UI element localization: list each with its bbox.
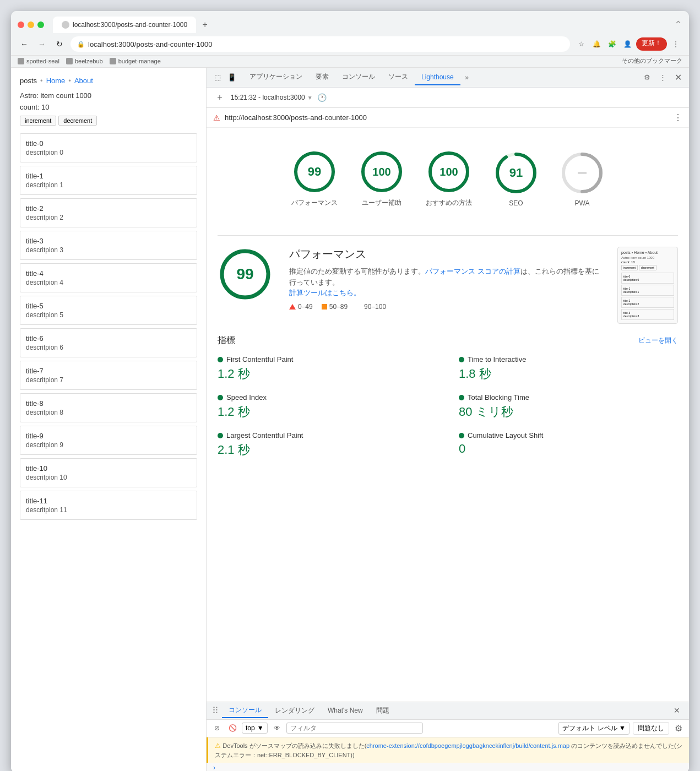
metric-lcp-label: Largest Contentful Paint [226, 431, 303, 439]
webpage-panel: posts • Home • About Astro: item count 1… [11, 68, 207, 771]
perf-tool-link[interactable]: 計算ツールはこちら。 [289, 289, 361, 297]
more-tabs-icon[interactable]: » [460, 71, 474, 84]
metric-tti-name: Time to Interactive [459, 355, 678, 363]
browser-tab[interactable]: localhost:3000/posts-and-counter-1000 [53, 17, 196, 33]
lighthouse-add-button[interactable]: + [213, 91, 226, 104]
post-desc: descritpion 1 [26, 181, 191, 189]
metric-tti: Time to Interactive 1.8 秒 [459, 355, 678, 382]
list-item: title-6descritpion 6 [20, 328, 197, 357]
metrics-grid: First Contentful Paint 1.2 秒 Time to Int… [218, 355, 678, 458]
console-expand-arrow[interactable]: › [207, 763, 689, 771]
score-seo: 91 SEO [494, 151, 538, 207]
seo-label: SEO [509, 199, 523, 207]
devtools-icon-group: ⬚ 📱 [211, 71, 238, 84]
console-tab-whatsnew[interactable]: What's New [321, 704, 370, 716]
tab-applications[interactable]: アプリケーション [243, 69, 309, 86]
metric-tti-label: Time to Interactive [468, 355, 526, 363]
console-close-button[interactable]: ✕ [669, 706, 685, 715]
session-dropdown[interactable]: ▼ [307, 95, 313, 101]
devtools-close-button[interactable]: ✕ [671, 71, 685, 84]
console-filter-input[interactable] [286, 723, 423, 734]
perf-detail: パフォーマンス 推定値のため変動する可能性があります。パフォーマンス スコアの計… [289, 247, 601, 311]
post-title: title-0 [26, 139, 191, 148]
new-tab-button[interactable]: + [198, 18, 211, 31]
preview-heading: Astro: item count 1000 [621, 256, 674, 259]
legend-low: 0–49 [289, 303, 313, 311]
maximize-button[interactable] [37, 21, 44, 28]
inspect-icon[interactable]: ⬚ [211, 71, 224, 84]
update-button[interactable]: 更新！ [636, 37, 667, 51]
minimize-button[interactable] [28, 21, 34, 28]
tab-bar: localhost:3000/posts-and-counter-1000 + [53, 17, 670, 33]
more-options-icon[interactable]: ⋮ [656, 71, 669, 84]
tab-favicon [62, 21, 69, 29]
error-link[interactable]: chrome-extension://cofdbpoegempjloggbagk… [366, 742, 569, 749]
clear-console-button[interactable]: ⊘ [211, 722, 223, 734]
top-context-selector[interactable]: top ▼ [242, 723, 268, 734]
refresh-button[interactable]: ↻ [53, 37, 66, 51]
pwa-circle: — [560, 151, 604, 195]
metric-lcp-name: Largest Contentful Paint [218, 431, 437, 439]
devtools-panel: ⬚ 📱 アプリケーション 要素 コンソール ソース Lighthouse » ⚙… [207, 68, 689, 771]
lighthouse-url-row: ⚠ http://localhost:3000/posts-and-counte… [207, 108, 689, 128]
forward-button[interactable]: → [35, 37, 48, 51]
bookmark-beelzebub[interactable]: beelzebub [66, 57, 103, 65]
console-tab-rendering[interactable]: レンダリング [268, 704, 321, 718]
alert-icon[interactable]: 🔔 [590, 37, 603, 51]
nav-about[interactable]: About [74, 77, 93, 85]
page-heading: Astro: item count 1000 [20, 91, 197, 100]
console-tab-console[interactable]: コンソール [222, 703, 268, 718]
score-bestpractices: 100 おすすめの方法 [426, 150, 472, 208]
title-bar: localhost:3000/posts-and-counter-1000 + … [11, 11, 689, 33]
back-button[interactable]: ← [18, 37, 31, 51]
console-settings-icon[interactable]: ⚙ [672, 722, 685, 734]
perf-calc-link[interactable]: パフォーマンス スコアの計算 [425, 267, 520, 275]
console-panel: ⠿ コンソール レンダリング What's New 問題 ✕ ⊘ 🚫 top ▼… [207, 702, 689, 772]
device-icon[interactable]: 📱 [225, 71, 238, 84]
legend-mid: 50–89 [322, 303, 348, 311]
console-toolbar: ⊘ 🚫 top ▼ 👁 デフォルト レベル ▼ 問題なし ⚙ [207, 720, 689, 737]
tab-console[interactable]: コンソール [335, 69, 382, 86]
close-button[interactable] [18, 21, 24, 28]
post-title: title-5 [26, 302, 191, 310]
bookmark-budget[interactable]: budget-manage [110, 57, 161, 65]
metric-si-label: Speed Index [226, 393, 267, 401]
legend-mid-label: 50–89 [329, 303, 348, 311]
window-collapse[interactable]: ⌃ [674, 19, 682, 31]
console-tab-issues[interactable]: 問題 [370, 704, 396, 718]
settings-icon[interactable]: ⚙ [641, 71, 654, 84]
bookmark-favicon-2 [66, 58, 73, 64]
url-bar[interactable]: 🔒 localhost:3000/posts-and-counter-1000 [70, 36, 570, 52]
seo-circle: 91 [494, 151, 538, 195]
profile-icon[interactable]: 👤 [621, 37, 634, 51]
metric-lcp: Largest Contentful Paint 2.1 秒 [218, 431, 437, 458]
decrement-button[interactable]: decrement [58, 116, 97, 126]
nav-actions: ☆ 🔔 🧩 👤 更新！ ⋮ [574, 37, 682, 51]
filter-icon[interactable]: 🚫 [226, 722, 238, 734]
extension-icon[interactable]: 🧩 [605, 37, 618, 51]
bookmark-spotted-seal[interactable]: spotted-seal [18, 57, 59, 65]
increment-button[interactable]: increment [20, 116, 56, 126]
list-item: title-4descritpion 4 [20, 263, 197, 292]
preview-counter: count: 10 [621, 260, 674, 264]
tab-elements[interactable]: 要素 [309, 69, 335, 86]
drag-handle[interactable]: ⠿ [211, 704, 220, 717]
perf-description: 推定値のため変動する可能性があります。パフォーマンス スコアの計算は、これらの指… [289, 266, 601, 298]
url-more-icon[interactable]: ⋮ [674, 112, 682, 123]
devtools-more-actions: ⚙ ⋮ ✕ [641, 71, 685, 84]
log-level-selector[interactable]: デフォルト レベル ▼ [558, 722, 630, 735]
list-item: title-2descritpion 2 [20, 198, 197, 227]
metrics-view-button[interactable]: ビューを開く [638, 336, 678, 345]
other-bookmarks[interactable]: その他のブックマーク [622, 57, 682, 65]
eye-icon[interactable]: 👁 [271, 722, 283, 734]
menu-icon[interactable]: ⋮ [669, 37, 682, 51]
bookmark-icon[interactable]: ☆ [574, 37, 588, 51]
error-text: DevTools がソースマップの読み込みに失敗しました(chrome-exte… [215, 742, 682, 758]
lighthouse-clock-icon[interactable]: 🕐 [317, 93, 327, 102]
tab-sources[interactable]: ソース [382, 69, 415, 86]
nav-home[interactable]: Home [46, 77, 66, 85]
perf-header: 99 パフォーマンス 推定値のため変動する可能性があります。パフォーマンス スコ… [218, 247, 678, 324]
accessibility-value: 100 [372, 166, 390, 178]
metric-tbt-label: Total Blocking Time [468, 393, 529, 401]
tab-lighthouse[interactable]: Lighthouse [415, 70, 460, 85]
